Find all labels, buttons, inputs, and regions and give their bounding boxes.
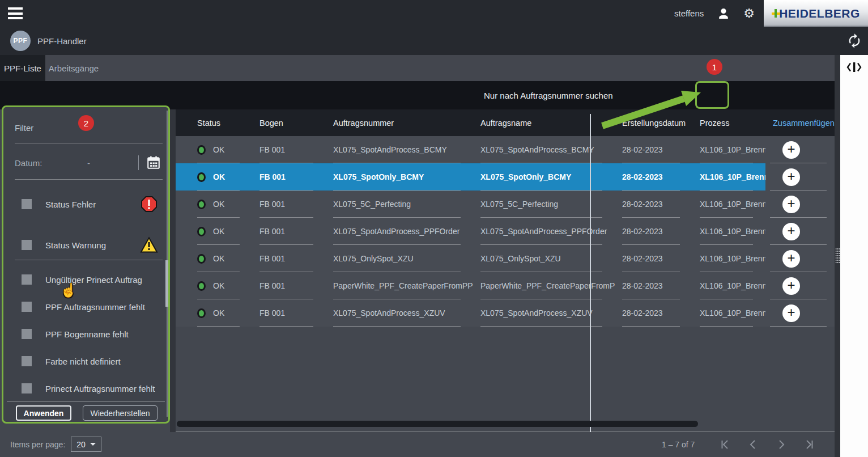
ppf-order-number-missing-checkbox[interactable] — [22, 302, 32, 312]
refresh-icon[interactable] — [846, 33, 862, 49]
column-header-erstellungsdatum: Erstellungsdatum — [615, 109, 692, 136]
restore-button[interactable]: Wiederherstellen — [83, 405, 158, 421]
ppf-sheet-name-missing-checkbox[interactable] — [22, 329, 32, 339]
column-header-status: Status — [176, 109, 252, 136]
left-gutter — [170, 109, 176, 432]
erstellungsdatum-cell: 28-02-2023 — [615, 191, 692, 218]
zusammenfuegen-cell — [765, 245, 835, 272]
filter-checkbox-row: PPF Auftragsnummer fehlt — [22, 295, 161, 318]
app-title-bar: PPF PPF-Handler — [0, 27, 868, 55]
table-row[interactable]: OK FB 001 PaperWhite_PPF_CreatePaperFrom… — [176, 272, 835, 299]
merge-add-button[interactable] — [782, 223, 800, 240]
auftragsname-cell: XL075_SpotAndProcess_PPFOrder — [473, 218, 615, 245]
status-warning-label: Status Warnung — [45, 240, 106, 250]
splitter-grip-handle[interactable] — [835, 248, 840, 264]
filter-checkbox-row: Ungültiger Prinect Auftrag — [22, 268, 161, 291]
filter-panel: Filter Datum: - Status Fehler — [2, 105, 170, 424]
status-cell: OK — [176, 272, 252, 299]
pagination-bar: Items per page: 20 1 – 7 of 7 — [0, 432, 835, 457]
auftragsname-cell: XL075_SpotOnly_BCMY — [473, 163, 615, 191]
status-cell: OK — [176, 245, 252, 272]
auftragsname-cell: XL075_SpotAndProcess_XZUV — [473, 299, 615, 327]
first-page-button[interactable] — [720, 438, 732, 451]
status-ok-icon — [197, 200, 206, 209]
settings-gear-icon[interactable]: ⚙ — [743, 6, 755, 21]
warning-triangle-icon — [140, 236, 158, 253]
filter-checkbox-row: Prinect Auftragsnummer fehlt — [22, 377, 161, 400]
table-row[interactable]: OK FB 001 XL075_SpotAndProcess_PPFOrder … — [176, 218, 835, 245]
error-octagon-icon — [140, 195, 158, 213]
status-cell: OK — [176, 191, 252, 218]
table-row-selected[interactable]: OK FB 001 XL075_SpotOnly_BCMY XL075_Spot… — [176, 163, 835, 191]
bogen-cell: FB 001 — [252, 299, 326, 327]
status-cell: OK — [176, 163, 252, 191]
invalid-prinect-order-checkbox[interactable] — [22, 274, 32, 285]
filter-status-error-row: Status Fehler — [22, 193, 161, 215]
status-warning-checkbox[interactable] — [22, 240, 32, 250]
menu-icon[interactable] — [8, 7, 23, 19]
prinect-order-number-missing-checkbox[interactable] — [22, 383, 32, 393]
tab-arbeitsgaenge[interactable]: Arbeitsgänge — [45, 55, 102, 81]
auftragsnummer-cell: XL075_SpotAndProcess_XZUV — [326, 299, 473, 327]
table-row[interactable]: OK FB 001 XL075_OnlySpot_XZU XL075_OnlyS… — [176, 245, 835, 272]
color-not-defined-checkbox[interactable] — [22, 356, 32, 366]
right-side-panel — [840, 55, 868, 457]
table-row[interactable]: OK FB 001 XL075_SpotAndProcess_XZUV XL07… — [176, 299, 835, 327]
tab-ppf-liste-label: PPF-Liste — [4, 64, 41, 73]
tab-bar: PPF-Liste Arbeitsgänge — [0, 55, 835, 81]
table-row[interactable]: OK FB 001 XL075_5C_Perfecting XL075_5C_P… — [176, 191, 835, 218]
zusammenfuegen-cell — [765, 163, 835, 191]
prozess-cell: XL106_10P_Brenne — [692, 245, 765, 272]
auftragsnummer-cell: XL075_OnlySpot_XZU — [326, 245, 473, 272]
user-icon[interactable] — [716, 6, 731, 21]
zusammenfuegen-cell — [765, 136, 835, 163]
auftragsnummer-cell: XL075_5C_Perfecting — [326, 191, 473, 218]
auftragsnummer-cell: XL075_SpotOnly_BCMY — [326, 163, 473, 191]
heidelberg-logo: HEIDELBERG — [764, 0, 868, 27]
table: Status Bogen Auftragsnummer Auftragsname… — [176, 109, 835, 327]
filter-status-warning-row: Status Warnung — [22, 234, 161, 256]
panel-scrollbar-thumb[interactable] — [165, 260, 168, 307]
status-ok-icon — [197, 227, 206, 236]
previous-page-button[interactable] — [747, 438, 760, 451]
column-header-auftragsnummer: Auftragsnummer — [326, 109, 473, 136]
merge-add-button[interactable] — [782, 277, 800, 295]
status-error-checkbox[interactable] — [22, 199, 32, 209]
merge-add-button[interactable] — [782, 304, 800, 322]
prozess-cell: XL106_10P_Brenne — [692, 136, 765, 163]
apply-button[interactable]: Anwenden — [16, 405, 71, 421]
tab-ppf-liste[interactable]: PPF-Liste — [0, 55, 45, 81]
app-title: PPF-Handler — [37, 27, 87, 55]
date-range-value[interactable]: - — [87, 158, 90, 168]
bogen-cell: FB 001 — [252, 245, 326, 272]
merge-add-button[interactable] — [782, 250, 800, 268]
auftragsnummer-cell: PaperWhite_PPF_CreatePaperFromPPF — [326, 272, 473, 299]
table-header-row: Status Bogen Auftragsnummer Auftragsname… — [176, 109, 835, 136]
filter-panel-title: Filter — [15, 123, 33, 133]
bogen-cell: FB 001 — [252, 272, 326, 299]
merge-add-button[interactable] — [782, 141, 800, 159]
items-per-page-label: Items per page: — [10, 432, 65, 457]
table-row[interactable]: OK FB 001 XL075_SpotAndProcess_BCMY XL07… — [176, 136, 835, 163]
erstellungsdatum-cell: 28-02-2023 — [615, 272, 692, 299]
horizontal-scrollbar[interactable] — [177, 421, 698, 427]
checkbox-label: PPF Auftragsnummer fehlt — [45, 302, 145, 312]
items-per-page-select[interactable]: 20 — [71, 437, 101, 452]
last-page-button[interactable] — [802, 438, 815, 451]
heidelberg-plus-mark — [772, 9, 780, 18]
filter-checkbox-row: Farbe nicht definiert — [22, 350, 161, 373]
merge-add-button[interactable] — [782, 168, 800, 186]
code-panel-toggle-icon[interactable] — [846, 62, 862, 73]
column-header-prozess: Prozess — [692, 109, 765, 136]
calendar-icon[interactable] — [146, 155, 161, 170]
checkbox-label: PPF Bogenname fehlt — [45, 329, 129, 339]
prozess-cell: XL106_10P_Brenne — [692, 191, 765, 218]
zusammenfuegen-cell — [765, 191, 835, 218]
status-ok-icon — [197, 254, 206, 264]
ppf-logo-text: PPF — [14, 37, 28, 45]
chevron-down-icon — [90, 443, 96, 446]
top-bar: steffens ⚙ HEIDELBERG — [0, 0, 868, 27]
merge-add-button[interactable] — [782, 196, 800, 213]
next-page-button[interactable] — [775, 438, 787, 451]
filter-checkbox-row: PPF Bogenname fehlt — [22, 323, 161, 345]
